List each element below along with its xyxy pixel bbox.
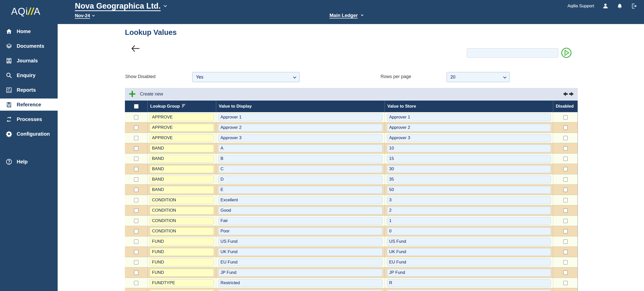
value-to-store-input[interactable] (387, 176, 551, 183)
value-to-store-input[interactable] (387, 124, 551, 132)
lookup-group-input[interactable] (150, 217, 214, 225)
value-to-display-input[interactable] (218, 113, 383, 121)
value-to-store-input[interactable] (387, 269, 551, 277)
row-select-checkbox[interactable] (134, 177, 138, 182)
lookup-group-input[interactable] (150, 176, 214, 183)
value-to-display-input[interactable] (218, 176, 383, 183)
value-to-display-input[interactable] (218, 248, 383, 256)
value-to-display-input[interactable] (218, 207, 383, 214)
disabled-checkbox[interactable] (563, 146, 568, 151)
value-to-store-input[interactable] (387, 113, 551, 121)
lookup-group-input[interactable] (150, 258, 214, 266)
disabled-checkbox[interactable] (563, 281, 568, 285)
value-to-store-input[interactable] (387, 186, 551, 194)
value-to-store-input[interactable] (387, 217, 551, 225)
sidebar-item-documents[interactable]: Documents (0, 39, 58, 53)
user-icon[interactable] (602, 3, 609, 9)
value-to-store-input[interactable] (387, 227, 551, 235)
lookup-group-input[interactable] (150, 165, 214, 173)
sidebar-item-reports[interactable]: Reports (0, 83, 58, 97)
lookup-group-input[interactable] (150, 269, 214, 277)
column-header-label[interactable]: Value to Store (387, 104, 416, 109)
value-to-display-input[interactable] (218, 258, 383, 266)
disabled-checkbox[interactable] (563, 219, 568, 223)
value-to-store-input[interactable] (387, 207, 551, 214)
disabled-checkbox[interactable] (563, 157, 568, 161)
column-header-label[interactable]: Lookup Group (150, 104, 180, 109)
lookup-group-input[interactable] (150, 227, 214, 235)
lookup-group-input[interactable] (150, 155, 214, 163)
sidebar-item-processes[interactable]: Processes (0, 112, 58, 127)
lookup-group-input[interactable] (150, 207, 214, 214)
disabled-checkbox[interactable] (563, 167, 568, 171)
select-all-checkbox[interactable] (134, 104, 139, 109)
bell-icon[interactable] (617, 3, 623, 9)
sidebar-item-journals[interactable]: Journals (0, 53, 58, 68)
column-header-label[interactable]: Value to Display (219, 104, 252, 109)
value-to-display-input[interactable] (218, 269, 383, 277)
disabled-checkbox[interactable] (563, 177, 568, 182)
company-selector[interactable]: Nova Geographica Ltd. (75, 2, 166, 11)
lookup-group-input[interactable] (150, 238, 214, 246)
lookup-group-input[interactable] (150, 279, 214, 287)
row-select-checkbox[interactable] (134, 281, 138, 285)
value-to-display-input[interactable] (218, 165, 383, 173)
row-select-checkbox[interactable] (134, 239, 138, 244)
disabled-checkbox[interactable] (563, 126, 568, 130)
lookup-group-input[interactable] (150, 196, 214, 204)
value-to-store-input[interactable] (387, 196, 551, 204)
sidebar-item-home[interactable]: Home (0, 24, 58, 39)
sidebar-item-configuration[interactable]: Configuration (0, 127, 58, 141)
value-to-store-input[interactable] (387, 238, 551, 246)
value-to-store-input[interactable] (387, 165, 551, 173)
value-to-display-input[interactable] (218, 124, 383, 132)
column-header-label[interactable]: Disabled (556, 104, 574, 109)
row-select-checkbox[interactable] (134, 260, 138, 264)
lookup-group-input[interactable] (150, 248, 214, 256)
sidebar-item-enquiry[interactable]: Enquiry (0, 68, 58, 83)
row-select-checkbox[interactable] (134, 250, 138, 254)
logout-icon[interactable] (631, 3, 637, 9)
row-select-checkbox[interactable] (134, 188, 138, 192)
value-to-store-input[interactable] (387, 279, 551, 287)
disabled-checkbox[interactable] (563, 136, 568, 140)
column-resize-icon[interactable] (563, 91, 574, 97)
value-to-store-input[interactable] (387, 144, 551, 152)
value-to-store-input[interactable] (387, 289, 551, 291)
disabled-checkbox[interactable] (563, 208, 568, 213)
create-new-button[interactable]: Create new (128, 90, 163, 98)
rows-per-page-select[interactable]: 20 (447, 72, 510, 82)
row-select-checkbox[interactable] (134, 157, 138, 161)
disabled-checkbox[interactable] (563, 198, 568, 202)
disabled-checkbox[interactable] (563, 260, 568, 264)
show-disabled-select[interactable]: Yes (192, 72, 300, 82)
lookup-group-input[interactable] (150, 144, 214, 152)
disabled-checkbox[interactable] (563, 271, 568, 275)
value-to-store-input[interactable] (387, 134, 551, 142)
value-to-display-input[interactable] (218, 238, 383, 246)
row-select-checkbox[interactable] (134, 198, 138, 202)
lookup-group-input[interactable] (150, 113, 214, 121)
row-select-checkbox[interactable] (134, 208, 138, 213)
disabled-checkbox[interactable] (563, 188, 568, 192)
value-to-store-input[interactable] (387, 248, 551, 256)
period-selector[interactable]: Nov-24 (75, 13, 94, 18)
value-to-display-input[interactable] (218, 289, 383, 291)
lookup-group-input[interactable] (150, 124, 214, 132)
value-to-store-input[interactable] (387, 155, 551, 163)
ledger-selector[interactable]: Main Ledger (329, 13, 363, 18)
row-select-checkbox[interactable] (134, 167, 138, 171)
search-go-button[interactable] (561, 47, 572, 58)
disabled-checkbox[interactable] (563, 229, 568, 233)
value-to-display-input[interactable] (218, 279, 383, 287)
sidebar-item-help[interactable]: Help (0, 154, 58, 169)
disabled-checkbox[interactable] (563, 115, 568, 119)
sidebar-item-reference[interactable]: Reference (0, 99, 58, 111)
value-to-store-input[interactable] (387, 258, 551, 266)
value-to-display-input[interactable] (218, 144, 383, 152)
value-to-display-input[interactable] (218, 227, 383, 235)
lookup-group-input[interactable] (150, 186, 214, 194)
row-select-checkbox[interactable] (134, 271, 138, 275)
value-to-display-input[interactable] (218, 186, 383, 194)
row-select-checkbox[interactable] (134, 115, 138, 119)
